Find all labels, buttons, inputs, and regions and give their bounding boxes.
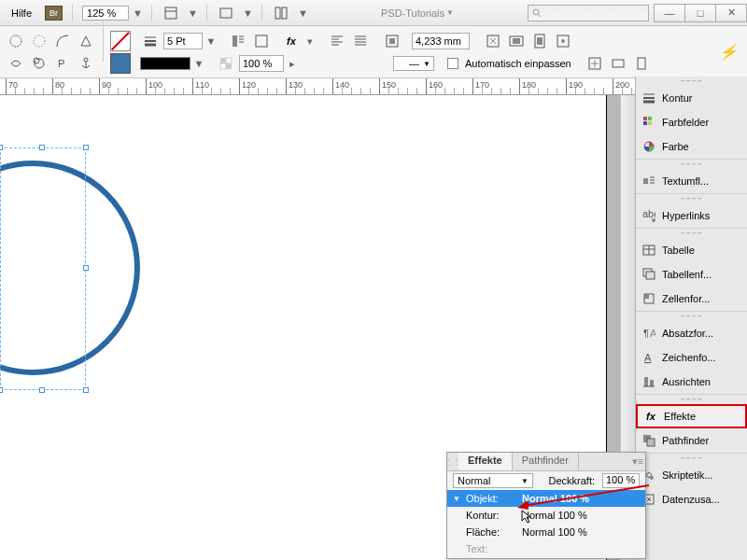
panel-menu-icon[interactable]: ▾≡	[630, 453, 645, 470]
panel-skriptetiketten[interactable]: Skriptetik...	[636, 463, 747, 487]
close-button[interactable]: ✕	[715, 4, 747, 22]
panel-hyperlinks[interactable]: abcHyperlinks	[636, 203, 747, 228]
panel-zeichenformate[interactable]: AZeichenfo...	[636, 345, 747, 370]
svg-rect-0	[165, 7, 176, 19]
disclosure-triangle[interactable]: ▼	[453, 495, 460, 503]
svg-rect-73	[647, 439, 655, 446]
corner-icon-6[interactable]	[29, 53, 49, 74]
corner-icon-5[interactable]	[6, 53, 26, 74]
dimension-field[interactable]: 4,233 mm	[412, 33, 470, 49]
swatches-icon	[641, 115, 656, 130]
fit-frame-icon-2[interactable]	[608, 53, 628, 74]
stroke-weight-field[interactable]: 5 Pt	[163, 33, 203, 49]
stroke-style-bar[interactable]	[140, 57, 190, 70]
svg-line-6	[538, 14, 541, 17]
bridge-badge[interactable]: Br	[45, 6, 63, 21]
workspace-dropdown[interactable]: ▼	[446, 8, 454, 17]
zoom-field[interactable]: 125 %	[82, 6, 129, 21]
svg-rect-51	[643, 121, 647, 125]
panel-textumfluss[interactable]: Textumfl...	[636, 169, 747, 193]
svg-point-8	[34, 35, 45, 47]
panel-zellenformate[interactable]: Zellenfor...	[636, 287, 747, 311]
corner-icon-1[interactable]	[6, 31, 26, 51]
table-icon	[641, 243, 656, 258]
effects-row-objekt[interactable]: ▼ Objekt: Normal 100 %	[447, 490, 645, 507]
cap-style-select[interactable]: —▼	[393, 56, 434, 71]
svg-rect-70	[650, 380, 654, 386]
svg-point-35	[34, 58, 39, 63]
panel-effekte[interactable]: fxEffekte	[636, 404, 747, 428]
fx-dropdown[interactable]: ▾	[304, 35, 316, 48]
fit-frame-icon-3[interactable]	[631, 53, 652, 74]
panel-tabellenformate[interactable]: Tabellenf...	[636, 262, 747, 287]
svg-point-7	[10, 35, 21, 47]
fit-content-icon-3[interactable]	[529, 31, 550, 51]
zoom-dropdown[interactable]: ▼	[133, 7, 142, 19]
svg-text:P: P	[58, 58, 64, 69]
arrange-icon[interactable]	[272, 5, 290, 21]
panel-datenzusammen[interactable]: Datenzusa...	[636, 487, 747, 511]
svg-rect-52	[648, 121, 652, 125]
text-wrap-icon-1[interactable]	[228, 31, 248, 51]
effects-row-kontur[interactable]: Kontur: Normal 100 %	[447, 507, 645, 524]
workspace-label[interactable]: PSD-Tutorials	[381, 7, 444, 19]
stroke-weight-dropdown[interactable]: ▼	[205, 35, 217, 47]
arrange-dropdown[interactable]: ▼	[298, 7, 307, 19]
panel-farbfelder[interactable]: Farbfelder	[636, 110, 747, 134]
tablestyles-icon	[641, 267, 656, 282]
selection-frame[interactable]	[0, 147, 86, 390]
minimize-button[interactable]: —	[654, 4, 685, 22]
text-wrap-icon-2[interactable]	[251, 31, 272, 51]
text-p-icon[interactable]: P	[52, 53, 73, 74]
panel-kontur[interactable]: Kontur	[636, 86, 747, 110]
svg-rect-65	[644, 294, 649, 299]
opacity-dropdown[interactable]: ▸	[287, 58, 298, 70]
panel-absatzformate[interactable]: ¶AAbsatzfor...	[636, 321, 747, 345]
fit-content-icon-1[interactable]	[483, 31, 503, 51]
blend-mode-select[interactable]: Normal▼	[453, 473, 533, 488]
tab-pathfinder[interactable]: Pathfinder	[513, 453, 579, 470]
corner-icon-4[interactable]	[76, 31, 96, 51]
view-options-icon[interactable]	[162, 5, 180, 21]
help-menu[interactable]: Hilfe	[6, 6, 37, 21]
quick-apply-icon[interactable]: ⚡	[719, 43, 738, 61]
opacity-field[interactable]: 100 %	[239, 55, 284, 72]
fx-button[interactable]: fx	[281, 31, 302, 51]
panel-grip[interactable]: ⋮⋮	[447, 453, 458, 470]
effects-row-text[interactable]: Text:	[447, 540, 645, 557]
panel-ausrichten[interactable]: Ausrichten	[636, 370, 747, 394]
svg-rect-3	[275, 7, 280, 19]
effects-row-flaeche[interactable]: Fläche: Normal 100 %	[447, 524, 645, 540]
paragraph-align-icon[interactable]	[327, 31, 347, 51]
panel-tabelle[interactable]: Tabelle	[636, 238, 747, 262]
screen-mode-icon[interactable]	[217, 5, 235, 21]
svg-rect-50	[648, 117, 652, 120]
svg-rect-4	[282, 7, 287, 19]
titlebar: Hilfe Br 125 % ▼ ▼ ▼ ▼ PSD-Tutorials ▼ —…	[0, 0, 747, 26]
svg-rect-16	[256, 35, 267, 47]
fit-frame-icon-1[interactable]	[585, 53, 605, 74]
stroke-weight-icon	[140, 31, 161, 51]
anchor-icon[interactable]	[76, 53, 96, 74]
view-dropdown[interactable]: ▼	[188, 7, 197, 19]
svg-rect-42	[220, 63, 226, 69]
panel-farbe[interactable]: Farbe	[636, 134, 747, 159]
maximize-button[interactable]: □	[684, 4, 716, 22]
corner-icon-3[interactable]	[52, 31, 73, 51]
corner-icon-2[interactable]	[29, 31, 49, 51]
search-field[interactable]	[528, 5, 649, 21]
fill-swatch-none[interactable]	[110, 31, 131, 51]
stroke-swatch[interactable]	[110, 53, 131, 74]
effects-floating-panel[interactable]: ⋮⋮ Effekte Pathfinder ▾≡ Normal▼ Deckkra…	[446, 452, 646, 559]
autofit-checkbox[interactable]	[447, 58, 458, 69]
frame-fit-icon[interactable]	[382, 31, 402, 51]
svg-rect-45	[638, 58, 645, 69]
fit-content-icon-4[interactable]	[553, 31, 573, 51]
panel-pathfinder[interactable]: Pathfinder	[636, 428, 747, 453]
fit-content-icon-2[interactable]	[506, 31, 527, 51]
tab-effekte[interactable]: Effekte	[458, 453, 513, 470]
opacity-value-field[interactable]: 100 %	[602, 473, 640, 488]
stroke-style-dropdown[interactable]: ▼	[193, 58, 204, 69]
paragraph-justify-icon[interactable]	[350, 31, 371, 51]
screen-dropdown[interactable]: ▼	[243, 7, 252, 19]
